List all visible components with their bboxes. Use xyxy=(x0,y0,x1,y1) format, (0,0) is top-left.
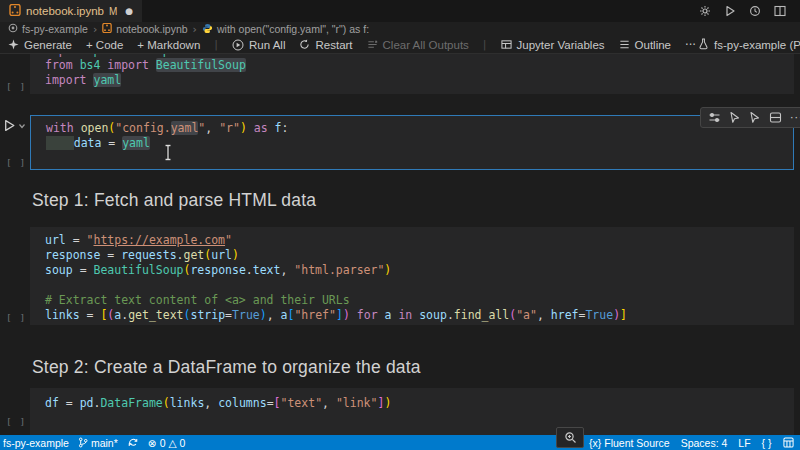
code-lines[interactable]: import pandas as pdfrom bs4 import Beaut… xyxy=(30,54,794,88)
notebook-file-icon xyxy=(102,23,112,35)
git-branch-item[interactable]: main* xyxy=(78,437,118,449)
run-icon[interactable] xyxy=(724,5,736,17)
notebook-toolbar: Generate + Code + Markdown | Run All Res… xyxy=(0,36,800,54)
cell-editor[interactable]: url = "https://example.com"response = re… xyxy=(30,227,794,325)
notebook-grid-icon[interactable] xyxy=(783,437,794,448)
timeline-icon[interactable] xyxy=(749,5,761,17)
fluent-source-item[interactable]: {x} Fluent Source xyxy=(589,437,670,449)
mouse-cursor-ibeam-icon xyxy=(163,144,173,165)
outline-button[interactable]: Outline xyxy=(619,39,671,51)
breadcrumb-folder[interactable]: fs-py-example xyxy=(8,23,88,35)
remote-indicator[interactable]: fs-py-example xyxy=(3,437,69,449)
zoom-in-magnifier-icon xyxy=(564,431,577,444)
unsaved-dot-icon[interactable]: ● xyxy=(125,6,133,16)
notebook-editor: [ ] import pandas as pdfrom bs4 import B… xyxy=(0,54,800,435)
split-editor-icon[interactable] xyxy=(774,5,786,17)
run-all-button[interactable]: Run All xyxy=(232,39,285,51)
split-cell-icon[interactable] xyxy=(769,111,782,124)
execution-count: [ ] xyxy=(6,157,26,168)
execution-count: [ ] xyxy=(6,312,26,323)
cell-editor[interactable]: with open("config.yaml", "r") as f: data… xyxy=(30,115,794,170)
chevron-down-icon xyxy=(18,122,26,130)
markdown-cell-step2[interactable]: Step 2: Create a DataFrame to organize t… xyxy=(0,357,800,378)
jupyter-variables-button[interactable]: Jupyter Variables xyxy=(501,39,605,51)
run-all-icon xyxy=(232,39,244,51)
variables-icon xyxy=(501,39,512,50)
execute-above-icon[interactable] xyxy=(729,111,741,124)
settings-gear-icon[interactable] xyxy=(699,5,711,17)
warnings-count: 0 xyxy=(180,437,186,449)
markdown-heading: Step 1: Fetch and parse HTML data xyxy=(32,190,316,211)
code-lines[interactable]: df = pd.DataFrame(links, columns=["text"… xyxy=(30,396,794,411)
translate-icon: {x} xyxy=(589,437,601,449)
tab-notebook[interactable]: notebook.ipynb M ● xyxy=(0,0,142,22)
git-modified-badge: M xyxy=(109,6,117,17)
run-cell-button[interactable] xyxy=(3,119,26,132)
breadcrumb-symbol[interactable]: with open("config.yaml", "r") as f: xyxy=(202,23,369,36)
toolbar-divider: | xyxy=(483,38,487,51)
zoom-control[interactable] xyxy=(556,427,584,448)
errors-icon: ⊗ xyxy=(148,437,157,449)
toolbar-divider: | xyxy=(214,38,218,51)
notebook-file-icon xyxy=(9,2,21,20)
breadcrumb-separator-icon: › xyxy=(193,23,197,36)
errors-count: 0 xyxy=(160,437,166,449)
language-mode-item[interactable]: { } xyxy=(762,437,772,449)
tab-title: notebook.ipynb xyxy=(26,5,104,17)
breadcrumb: fs-py-example › notebook.ipynb › with op… xyxy=(0,22,800,36)
cell-hover-toolbar: ··· xyxy=(700,107,800,128)
problems-item[interactable]: ⊗ 0 △ 0 xyxy=(148,437,186,449)
clear-all-outputs-button[interactable]: Clear All Outputs xyxy=(367,39,469,51)
kernel-picker[interactable]: fs-py-example (Python xyxy=(698,38,800,52)
outline-icon xyxy=(619,39,630,50)
clear-outputs-icon xyxy=(367,39,378,50)
warnings-icon: △ xyxy=(168,437,176,449)
kernel-flask-icon xyxy=(698,38,709,52)
code-cell-config[interactable]: [ ] with open("config.yaml", "r") as f: … xyxy=(0,115,800,170)
code-cell-dataframe[interactable]: [ ] df = pd.DataFrame(links, columns=["t… xyxy=(0,388,800,435)
code-cell-imports[interactable]: [ ] import pandas as pdfrom bs4 import B… xyxy=(0,54,800,94)
code-lines[interactable]: url = "https://example.com"response = re… xyxy=(30,233,794,323)
breadcrumb-file[interactable]: notebook.ipynb xyxy=(102,23,187,35)
run-by-line-icon[interactable] xyxy=(708,111,721,124)
python-icon xyxy=(202,23,213,36)
indentation-item[interactable]: Spaces: 4 xyxy=(681,437,728,449)
more-actions-icon[interactable]: ··· xyxy=(790,112,800,123)
execution-count: [ ] xyxy=(6,81,26,92)
add-code-button[interactable]: + Code xyxy=(86,39,123,51)
execution-count: [ ] xyxy=(6,416,26,427)
vscode-window: notebook.ipynb M ● fs-py-example xyxy=(0,0,800,450)
cell-editor[interactable]: import pandas as pdfrom bs4 import Beaut… xyxy=(30,54,794,94)
root-folder-icon xyxy=(8,23,18,35)
execute-below-icon[interactable] xyxy=(749,111,761,124)
editor-actions xyxy=(699,0,800,22)
code-cell-fetch-parse[interactable]: [ ] url = "https://example.com"response … xyxy=(0,227,800,325)
markdown-cell-step1[interactable]: Step 1: Fetch and parse HTML data xyxy=(0,190,800,211)
add-markdown-button[interactable]: + Markdown xyxy=(137,39,200,51)
cell-editor[interactable]: df = pd.DataFrame(links, columns=["text"… xyxy=(30,388,794,435)
code-lines[interactable]: with open("config.yaml", "r") as f: data… xyxy=(31,121,793,151)
status-bar: fs-py-example main* ⊗ 0 △ 0 {x} Fluent S… xyxy=(0,435,800,450)
tab-bar: notebook.ipynb M ● xyxy=(0,0,800,22)
restart-icon xyxy=(299,39,310,50)
generate-button[interactable]: Generate xyxy=(8,39,72,51)
sync-changes-button[interactable] xyxy=(127,437,139,448)
toolbar-more-button[interactable]: ··· xyxy=(685,38,696,52)
breadcrumb-separator-icon: › xyxy=(93,23,97,36)
eol-item[interactable]: LF xyxy=(738,437,750,449)
markdown-heading: Step 2: Create a DataFrame to organize t… xyxy=(32,357,421,378)
sparkle-icon xyxy=(8,39,19,50)
restart-button[interactable]: Restart xyxy=(299,39,352,51)
source-control-icon xyxy=(78,437,88,448)
